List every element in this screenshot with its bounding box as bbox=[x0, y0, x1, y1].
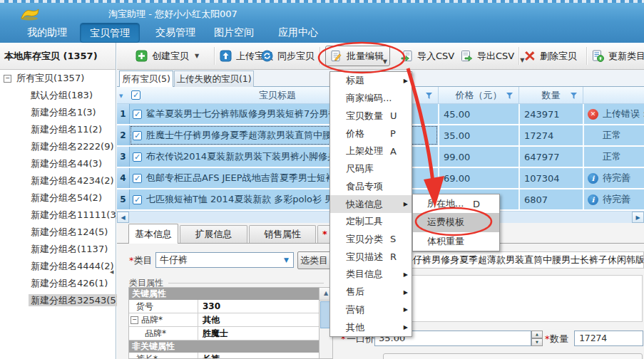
menu-item-other[interactable]: 其他▶ bbox=[330, 318, 412, 336]
tree-group-item[interactable]: 新建分组名4444(2) bbox=[0, 258, 116, 275]
attr-value[interactable]: 长裤 bbox=[198, 353, 220, 359]
menu-item-food-special[interactable]: 食品专项 bbox=[330, 177, 412, 195]
menu-item-express-info[interactable]: 快递信息▶ bbox=[330, 195, 412, 213]
row-checkbox[interactable] bbox=[133, 195, 142, 204]
tree-group-item[interactable]: 新建分组名44(3) bbox=[0, 155, 116, 172]
menu-item-title[interactable]: 标题▶ bbox=[330, 72, 412, 90]
item-price: 69.00 bbox=[438, 168, 518, 188]
create-dropdown-caret[interactable]: ▼ bbox=[195, 53, 199, 59]
toolbar-separator bbox=[214, 47, 215, 65]
attr-value[interactable]: 胜魔士 bbox=[198, 328, 228, 340]
tree-group-item[interactable]: 新建分组名11(2) bbox=[0, 121, 116, 138]
tree-collapse-icon[interactable]: − bbox=[131, 316, 138, 324]
filter-icon[interactable] bbox=[571, 93, 577, 99]
status-text: 正常 bbox=[603, 129, 621, 142]
tree-group-item[interactable]: 新建分组名124(5) bbox=[0, 224, 116, 241]
row-number: 5 bbox=[117, 189, 130, 209]
menu-item-marketing[interactable]: 营销▶ bbox=[330, 301, 412, 319]
item-price: 45.00 bbox=[438, 104, 518, 124]
menu-item-after-sale[interactable]: 售后▶ bbox=[330, 283, 412, 301]
tab-extended-info[interactable]: 扩展信息 bbox=[180, 225, 247, 243]
stepper-up-icon[interactable]: ▲ bbox=[531, 331, 543, 338]
tree-group-item[interactable]: 新建分组名426(1) bbox=[0, 275, 116, 292]
tree-group-item[interactable]: 新建分组名11111(3) bbox=[0, 207, 116, 224]
column-header-price[interactable]: 价格（元） bbox=[438, 87, 518, 103]
submenu-item-shipping-template[interactable]: 运费模板 bbox=[413, 213, 499, 231]
toolbar-separator bbox=[586, 47, 588, 65]
menu-item-listing[interactable]: 上架处理A bbox=[330, 142, 412, 160]
menu-tab-my-assistant[interactable]: 我的助理 bbox=[14, 23, 80, 41]
splitter-collapse-icon[interactable]: ◀ bbox=[110, 269, 113, 275]
tab-basic-info[interactable]: 基本信息 bbox=[128, 224, 178, 244]
item-title: 布衣传说2014夏装新款男装下装男裤小脚修身长裤 bbox=[146, 150, 355, 163]
scroll-right-button[interactable]: ▶ bbox=[632, 212, 644, 223]
item-price: 99.00 bbox=[438, 147, 518, 167]
row-checkbox[interactable] bbox=[133, 174, 142, 183]
sync-item-button[interactable]: 同步宝贝 bbox=[261, 43, 315, 69]
delete-item-button[interactable]: 删除宝贝 bbox=[523, 43, 577, 69]
menu-tab-app-center[interactable]: 应用中心 bbox=[265, 23, 331, 41]
tree-group-item[interactable]: 新建分组名2222(9) bbox=[0, 138, 116, 155]
create-item-button[interactable]: 创建宝贝 ▼ bbox=[136, 43, 199, 69]
select-dropdown-icon[interactable]: ▼ bbox=[119, 93, 123, 99]
submenu-item-volume-weight[interactable]: 体积重量 bbox=[413, 232, 499, 251]
row-number: 2 bbox=[117, 125, 130, 145]
submenu-arrow-icon: ▶ bbox=[404, 324, 408, 331]
attr-value[interactable]: 其他 bbox=[198, 314, 220, 326]
menu-tab-trade-management[interactable]: 交易管理 bbox=[143, 23, 208, 41]
menu-tab-image-space[interactable]: 图片空间 bbox=[201, 23, 267, 41]
menu-item-item-description[interactable]: 宝贝描述R bbox=[330, 248, 412, 266]
menu-item-price[interactable]: 价格P bbox=[330, 125, 412, 142]
tab-failed-uploads[interactable]: 上传失败的宝贝(1) bbox=[174, 71, 254, 87]
select-all-checkbox[interactable] bbox=[131, 90, 140, 100]
category-combobox[interactable]: 牛仔裤 ▼ bbox=[155, 252, 294, 268]
row-checkbox[interactable] bbox=[133, 131, 142, 140]
tree-group-item[interactable]: 新建分组名(1137) bbox=[0, 241, 116, 258]
export-csv-button[interactable]: 导出CSV ▼ bbox=[461, 43, 524, 69]
tab-all-items[interactable]: 所有宝贝(5) bbox=[119, 71, 173, 87]
filter-icon[interactable] bbox=[506, 93, 513, 99]
tree-group-item[interactable]: 新建分组名1(3) bbox=[0, 104, 116, 121]
tree-group-item[interactable]: 默认分组(183) bbox=[0, 87, 116, 104]
menu-item-item-category[interactable]: 宝贝分类S bbox=[330, 231, 412, 249]
menu-item-category-info[interactable]: 类目信息▶ bbox=[330, 266, 412, 283]
attr-label: 货号 bbox=[129, 300, 198, 313]
qty-input[interactable]: 17274 bbox=[574, 331, 643, 346]
attr-row[interactable]: −品牌* 其他 bbox=[129, 313, 332, 327]
import-csv-button[interactable]: 导入CSV bbox=[401, 43, 454, 69]
column-header-qty[interactable]: 数量 bbox=[518, 87, 583, 103]
attr-row[interactable]: 货号 330 bbox=[129, 300, 332, 313]
price-stepper[interactable]: ▲ ▼ bbox=[531, 331, 543, 346]
category-value: 牛仔裤 bbox=[156, 254, 284, 266]
batch-edit-dropdown-caret[interactable]: ▼ bbox=[383, 58, 387, 65]
pending-info-icon bbox=[588, 194, 598, 205]
batch-edit-button[interactable]: 批量编辑 ▼ bbox=[325, 46, 390, 66]
tree-group-item-selected[interactable]: 新建分组名32543(5) bbox=[0, 292, 116, 309]
pick-category-button[interactable]: 选类目 bbox=[297, 251, 331, 269]
menu-tab-item-management[interactable]: 宝贝管理 bbox=[80, 23, 140, 43]
attr-value[interactable]: 330 bbox=[198, 301, 220, 311]
tree-group-item[interactable]: 新建分组名54(2) bbox=[0, 189, 116, 207]
tree-collapse-icon[interactable]: − bbox=[4, 75, 11, 83]
tree-root-all-items[interactable]: − 所有宝贝(1357) bbox=[0, 70, 116, 87]
submenu-item-location[interactable]: 所在地...D bbox=[413, 194, 499, 213]
stepper-down-icon[interactable]: ▼ bbox=[531, 338, 543, 346]
menu-item-item-qty[interactable]: 宝贝数量U bbox=[330, 107, 412, 125]
item-detail-box[interactable] bbox=[372, 275, 643, 322]
tab-sales-attrs[interactable]: 销售属性 bbox=[249, 225, 316, 243]
update-category-button[interactable]: 更新类目 bbox=[592, 43, 644, 69]
menu-item-custom-tools[interactable]: 定制工具 bbox=[330, 213, 412, 231]
attr-row[interactable]: 品牌* 胜魔士 bbox=[129, 327, 332, 340]
filter-icon[interactable] bbox=[426, 93, 432, 99]
row-checkbox[interactable] bbox=[133, 110, 142, 119]
attr-row[interactable]: 裤长* 长裤 bbox=[129, 353, 332, 359]
scroll-left-button[interactable]: ◀ bbox=[117, 212, 129, 223]
row-checkbox[interactable] bbox=[133, 152, 142, 162]
item-title-input[interactable]: 胜魔士牛仔裤男修身夏季超薄款男装直筒中腰男士长裤子休闲韩版潮 bbox=[372, 251, 644, 269]
tree-group-item[interactable]: 新建分组名4234(2) bbox=[0, 172, 116, 189]
menu-item-merchant-code[interactable]: 商家编码... bbox=[330, 90, 412, 108]
item-qty: 17274 bbox=[518, 125, 583, 145]
chevron-down-icon[interactable]: ▼ bbox=[284, 256, 293, 264]
menu-item-size-library[interactable]: 尺码库 bbox=[330, 160, 412, 178]
column-header-status[interactable] bbox=[583, 87, 644, 103]
